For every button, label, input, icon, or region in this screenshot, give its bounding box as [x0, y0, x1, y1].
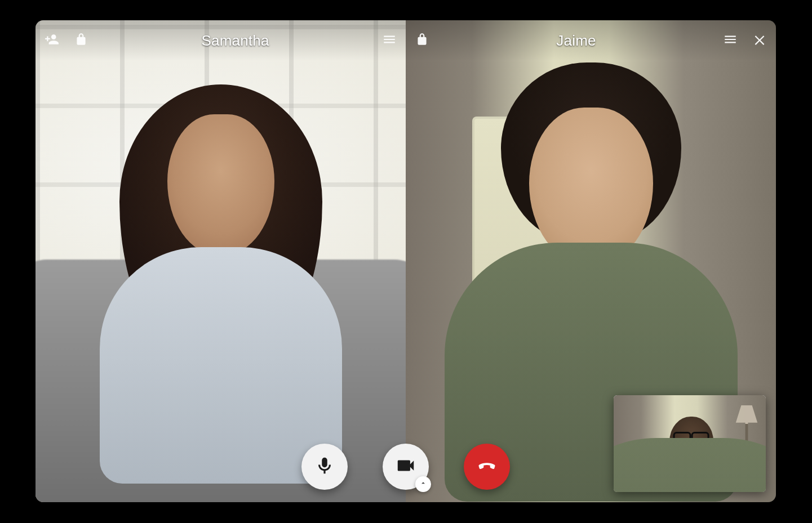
- hamburger-menu-icon: [723, 32, 738, 49]
- end-call-icon: [476, 455, 498, 479]
- close-icon: [752, 32, 767, 49]
- lock-icon: [415, 32, 429, 49]
- participant-name: Jaime: [435, 32, 717, 50]
- chevron-up-icon: [419, 479, 427, 489]
- participant-header: Jaime: [406, 20, 776, 61]
- add-participant-button[interactable]: [39, 28, 65, 53]
- participant-menu-button[interactable]: [376, 28, 402, 53]
- video-camera-icon: [395, 455, 416, 479]
- participant-tile-samantha: Samantha: [36, 20, 406, 502]
- encryption-indicator[interactable]: [68, 28, 94, 53]
- microphone-icon: [314, 455, 335, 479]
- mute-toggle-button[interactable]: [301, 444, 348, 490]
- call-controls: [301, 444, 510, 490]
- lock-icon: [74, 32, 88, 49]
- self-view[interactable]: [614, 395, 766, 492]
- camera-options-button[interactable]: [415, 476, 431, 492]
- participant-tile-jaime: Jaime: [406, 20, 776, 502]
- participant-header: Samantha: [36, 20, 406, 61]
- close-window-button[interactable]: [747, 28, 773, 53]
- encryption-indicator[interactable]: [409, 28, 435, 53]
- participant-name: Samantha: [94, 32, 376, 50]
- end-call-button[interactable]: [464, 444, 510, 490]
- video-call-window: Samantha: [36, 20, 776, 502]
- camera-toggle-button[interactable]: [383, 444, 429, 490]
- participant-menu-button[interactable]: [717, 28, 743, 53]
- participant-video: [36, 20, 406, 502]
- add-person-icon: [45, 32, 59, 49]
- hamburger-menu-icon: [382, 32, 397, 49]
- participant-grid: Samantha: [36, 20, 776, 502]
